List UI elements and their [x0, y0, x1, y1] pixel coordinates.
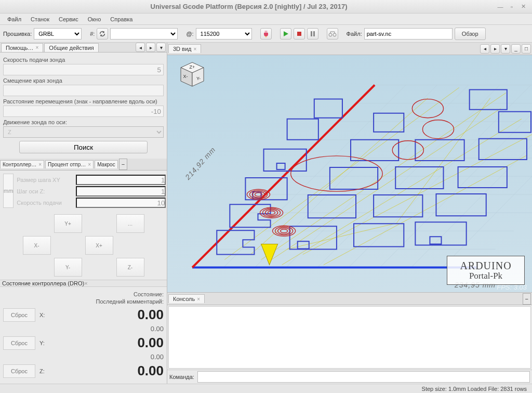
- pendant-button[interactable]: [327, 28, 338, 40]
- console-output[interactable]: [168, 306, 531, 369]
- tab-next-button[interactable]: ▸: [490, 44, 500, 54]
- svg-point-3: [329, 33, 332, 36]
- menu-window[interactable]: Окно: [84, 15, 105, 23]
- 3d-viewport[interactable]: Z+ X- Y- 214,92 mm 234,95 mm FPS: 3.03 A…: [167, 55, 532, 292]
- jog-feed-label: Скорость подачи: [17, 200, 74, 206]
- probe-offset-input[interactable]: [3, 85, 164, 96]
- step-z-input[interactable]: [76, 186, 166, 197]
- menu-file[interactable]: Файл: [3, 15, 25, 23]
- step-xy-label: Размер шага XY: [17, 177, 74, 183]
- tab-dropdown-button[interactable]: ▾: [501, 44, 510, 54]
- console-panel: Консоль× − Команда:: [167, 292, 532, 384]
- probe-speed-input[interactable]: [3, 64, 164, 75]
- svg-rect-2: [313, 31, 315, 36]
- tab-help[interactable]: Помощь…×: [1, 43, 43, 52]
- step-z-label: Шаг оси Z:: [17, 188, 74, 194]
- svg-text:X-: X-: [183, 74, 188, 79]
- port-select[interactable]: [110, 28, 178, 40]
- probe-distance-input[interactable]: [3, 106, 164, 117]
- jog-feed-input[interactable]: [76, 198, 166, 208]
- tab-menu-button[interactable]: ▾: [156, 43, 166, 52]
- window-title: Universal Gcode Platform (Версия 2.0 [ni…: [4, 3, 494, 10]
- probe-axis-label: Движение зонда по оси:: [3, 119, 164, 125]
- svg-text:Z+: Z+: [190, 64, 195, 70]
- dro-comment-label: Последний комментарий:: [96, 298, 164, 305]
- refresh-button[interactable]: [97, 28, 108, 40]
- probe-distance-label: Расстояние перемещения (знак - направлен…: [3, 98, 164, 104]
- refresh-icon: [99, 30, 106, 37]
- dro-reset-z-button[interactable]: Сброс: [3, 364, 35, 378]
- dro-y-value: 0.00: [53, 335, 164, 351]
- tab-minimize-button[interactable]: _: [511, 44, 521, 54]
- probe-speed-label: Скорость подачи зонда: [3, 57, 164, 63]
- baud-select[interactable]: 115200: [196, 28, 252, 40]
- dro-axis-x-label: X:: [39, 312, 49, 318]
- dro-reset-x-button[interactable]: Сброс: [3, 308, 35, 322]
- menu-bar: Файл Станок Сервис Окно Справка: [0, 14, 532, 25]
- dro-x-value: 0.00: [53, 307, 164, 323]
- close-icon[interactable]: ✕: [518, 2, 528, 11]
- stop-button[interactable]: [294, 28, 305, 40]
- close-icon[interactable]: ×: [84, 280, 87, 286]
- pause-icon: [309, 30, 316, 37]
- pendant-icon: [328, 30, 337, 37]
- jog-y-minus-button[interactable]: Y-: [54, 258, 82, 277]
- jog-x-plus-button[interactable]: X+: [85, 236, 113, 255]
- dro-title: Состояние контроллера (DRO): [2, 280, 84, 286]
- watermark: ARDUINO Portal-Pk: [447, 256, 525, 285]
- svg-point-29: [422, 120, 454, 139]
- tab-prev-button[interactable]: ◂: [480, 44, 489, 54]
- panel-collapse-button[interactable]: −: [119, 159, 127, 170]
- close-icon[interactable]: ×: [194, 46, 197, 52]
- tab-controller[interactable]: Контроллер…×: [0, 160, 44, 168]
- close-icon[interactable]: ×: [36, 45, 39, 50]
- play-button[interactable]: [280, 28, 291, 40]
- command-input[interactable]: [197, 371, 530, 383]
- left-panel: Помощь…× Общие действия ◂ ▸ ▾ Скорость п…: [0, 43, 167, 384]
- toolbar: Прошивка: GRBL #: @: 115200 Файл: Обзор: [0, 25, 532, 43]
- jog-x-minus-button[interactable]: X-: [23, 236, 51, 255]
- file-label: Файл:: [347, 31, 362, 37]
- maximize-icon[interactable]: ▫: [507, 2, 516, 11]
- tab-console[interactable]: Консоль×: [168, 294, 205, 303]
- tab-maximize-button[interactable]: □: [522, 44, 531, 54]
- close-icon[interactable]: ×: [38, 162, 42, 167]
- close-icon[interactable]: ×: [197, 296, 200, 302]
- stop-icon: [296, 30, 303, 37]
- dro-reset-y-button[interactable]: Сброс: [3, 336, 35, 350]
- svg-point-30: [392, 141, 423, 160]
- jog-panel: mm Размер шага XY Шаг оси Z: Скорость по…: [0, 171, 167, 280]
- probe-offset-label: Смещение края зонда: [3, 77, 164, 84]
- menu-service[interactable]: Сервис: [55, 15, 83, 23]
- tab-macro[interactable]: Макрос: [95, 160, 118, 168]
- dro-x-sub-value: 0.00: [3, 325, 164, 333]
- menu-help[interactable]: Справка: [106, 15, 137, 23]
- step-xy-input[interactable]: [76, 175, 166, 185]
- tab-sent-percent[interactable]: Процент отпр…×: [45, 160, 94, 168]
- probe-axis-select[interactable]: Z: [3, 126, 164, 138]
- svg-rect-1: [311, 31, 312, 36]
- axis-cube[interactable]: Z+ X- Y-: [178, 60, 207, 89]
- console-collapse-button[interactable]: −: [523, 293, 531, 305]
- tab-actions[interactable]: Общие действия: [44, 43, 98, 52]
- firmware-select[interactable]: GRBL: [34, 28, 82, 40]
- jog-y-plus-button[interactable]: Y+: [54, 214, 82, 233]
- minimize-icon[interactable]: —: [496, 2, 505, 11]
- svg-point-27: [291, 156, 383, 191]
- tab-3d-view[interactable]: 3D вид×: [168, 44, 201, 53]
- svg-point-4: [333, 33, 336, 36]
- jog-dots-button[interactable]: …: [116, 214, 144, 233]
- pause-button[interactable]: [307, 28, 318, 40]
- file-input[interactable]: [364, 28, 453, 40]
- menu-machine[interactable]: Станок: [26, 15, 54, 23]
- jog-z-minus-button[interactable]: Z-: [116, 258, 144, 277]
- browse-button[interactable]: Обзор: [455, 28, 486, 40]
- play-icon: [282, 30, 289, 37]
- jog-unit-toggle[interactable]: mm: [3, 174, 14, 208]
- close-icon[interactable]: ×: [88, 162, 91, 167]
- plug-icon: [262, 30, 270, 38]
- connect-button[interactable]: [260, 28, 272, 40]
- tab-next-button[interactable]: ▸: [146, 43, 155, 52]
- tab-prev-button[interactable]: ◂: [136, 43, 145, 52]
- probe-search-button[interactable]: Поиск: [19, 141, 148, 153]
